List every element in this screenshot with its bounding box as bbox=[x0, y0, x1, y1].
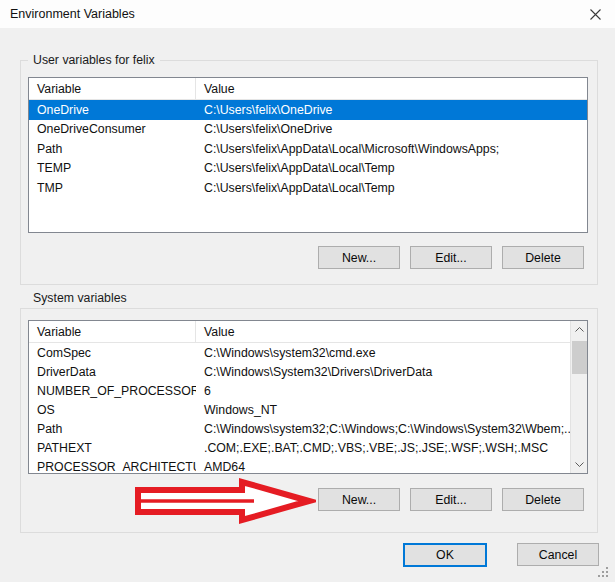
variable-name-cell: OS bbox=[29, 403, 196, 417]
table-row[interactable]: ComSpec C:\Windows\system32\cmd.exe bbox=[29, 343, 587, 362]
system-variables-table: Variable Value ComSpec C:\Windows\system… bbox=[28, 320, 588, 474]
variable-name-cell: TMP bbox=[29, 181, 196, 195]
system-table-body: ComSpec C:\Windows\system32\cmd.exe Driv… bbox=[29, 343, 587, 474]
variable-name-cell: DriverData bbox=[29, 365, 196, 379]
variable-value-cell: C:\Users\felix\OneDrive bbox=[196, 122, 587, 136]
variable-name-cell: Path bbox=[29, 142, 196, 156]
variable-name-cell: ComSpec bbox=[29, 346, 196, 360]
scroll-down-button[interactable] bbox=[571, 456, 588, 473]
user-new-button[interactable]: New... bbox=[318, 246, 400, 269]
close-icon bbox=[590, 9, 601, 20]
variable-value-cell: Windows_NT bbox=[196, 403, 587, 417]
variable-value-cell: C:\Users\felix\AppData\Local\Temp bbox=[196, 161, 587, 175]
ok-button[interactable]: OK bbox=[403, 543, 487, 567]
table-row[interactable]: Path C:\Users\felix\AppData\Local\Micros… bbox=[29, 139, 587, 159]
table-row[interactable]: Path C:\Windows\system32;C:\Windows;C:\W… bbox=[29, 419, 587, 438]
variable-value-cell: C:\Windows\System32\Drivers\DriverData bbox=[196, 365, 587, 379]
variable-value-cell: 6 bbox=[196, 384, 587, 398]
environment-variables-dialog: Environment Variables User variables for… bbox=[0, 0, 615, 582]
table-row[interactable]: OneDriveConsumer C:\Users\felix\OneDrive bbox=[29, 120, 587, 140]
column-header-variable[interactable]: Variable bbox=[29, 321, 196, 342]
cancel-button[interactable]: Cancel bbox=[517, 543, 599, 566]
variable-value-cell: AMD64 bbox=[196, 460, 587, 474]
user-variables-label: User variables for felix bbox=[28, 53, 160, 67]
variable-name-cell: OneDriveConsumer bbox=[29, 122, 196, 136]
variable-value-cell: .COM;.EXE;.BAT;.CMD;.VBS;.VBE;.JS;.JSE;.… bbox=[196, 441, 587, 455]
variable-name-cell: Path bbox=[29, 422, 196, 436]
system-table-header: Variable Value bbox=[29, 321, 587, 343]
table-row[interactable]: PROCESSOR_ARCHITECTURE AMD64 bbox=[29, 457, 587, 474]
variable-value-cell: C:\Windows\system32\cmd.exe bbox=[196, 346, 587, 360]
window-title: Environment Variables bbox=[10, 7, 135, 21]
resize-grip[interactable] bbox=[596, 565, 610, 579]
table-row[interactable]: DriverData C:\Windows\System32\Drivers\D… bbox=[29, 362, 587, 381]
system-delete-button[interactable]: Delete bbox=[502, 488, 584, 511]
variable-name-cell: PROCESSOR_ARCHITECTURE bbox=[29, 460, 196, 474]
variable-name-cell: NUMBER_OF_PROCESSORS bbox=[29, 384, 196, 398]
variable-value-cell: C:\Windows\system32;C:\Windows;C:\Window… bbox=[196, 422, 587, 436]
user-variables-table: Variable Value OneDrive C:\Users\felix\O… bbox=[28, 77, 588, 233]
chevron-up-icon bbox=[575, 327, 584, 332]
close-button[interactable] bbox=[580, 2, 610, 26]
variable-name-cell: PATHEXT bbox=[29, 441, 196, 455]
column-header-value[interactable]: Value bbox=[196, 321, 587, 342]
table-row[interactable]: OS Windows_NT bbox=[29, 400, 587, 419]
variable-name-cell: TEMP bbox=[29, 161, 196, 175]
table-row[interactable]: NUMBER_OF_PROCESSORS 6 bbox=[29, 381, 587, 400]
scroll-up-button[interactable] bbox=[571, 321, 588, 338]
system-edit-button[interactable]: Edit... bbox=[410, 488, 492, 511]
variable-name-cell: OneDrive bbox=[29, 103, 196, 117]
user-edit-button[interactable]: Edit... bbox=[410, 246, 492, 269]
user-table-body: OneDrive C:\Users\felix\OneDrive OneDriv… bbox=[29, 100, 587, 198]
table-row[interactable]: OneDrive C:\Users\felix\OneDrive bbox=[29, 100, 587, 120]
system-variables-label: System variables bbox=[28, 291, 132, 305]
table-row[interactable]: TMP C:\Users\felix\AppData\Local\Temp bbox=[29, 178, 587, 198]
system-new-button[interactable]: New... bbox=[318, 488, 400, 511]
user-delete-button[interactable]: Delete bbox=[502, 246, 584, 269]
vertical-scrollbar[interactable] bbox=[570, 321, 587, 473]
column-header-value[interactable]: Value bbox=[196, 78, 587, 99]
variable-value-cell: C:\Users\felix\AppData\Local\Microsoft\W… bbox=[196, 142, 587, 156]
scrollbar-thumb[interactable] bbox=[572, 341, 587, 374]
user-table-header: Variable Value bbox=[29, 78, 587, 100]
chevron-down-icon bbox=[575, 462, 584, 467]
variable-value-cell: C:\Users\felix\AppData\Local\Temp bbox=[196, 181, 587, 195]
column-header-variable[interactable]: Variable bbox=[29, 78, 196, 99]
title-bar: Environment Variables bbox=[0, 0, 615, 28]
variable-value-cell: C:\Users\felix\OneDrive bbox=[196, 103, 587, 117]
table-row[interactable]: PATHEXT .COM;.EXE;.BAT;.CMD;.VBS;.VBE;.J… bbox=[29, 438, 587, 457]
table-row[interactable]: TEMP C:\Users\felix\AppData\Local\Temp bbox=[29, 159, 587, 179]
